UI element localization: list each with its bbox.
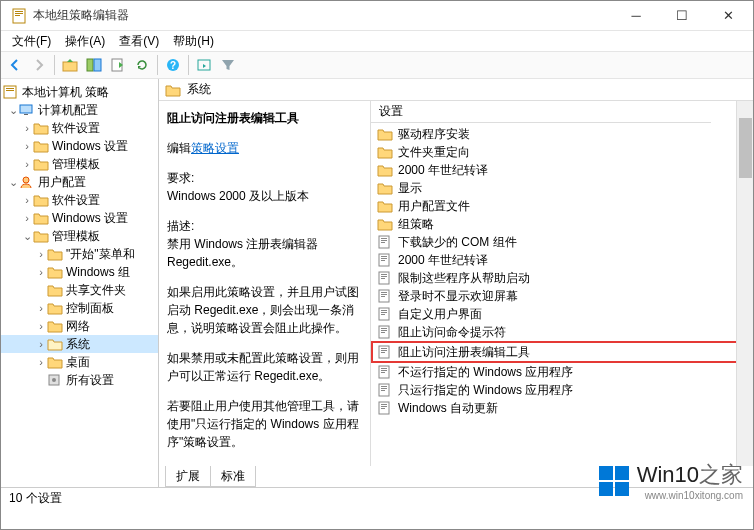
- list-item[interactable]: 只运行指定的 Windows 应用程序: [371, 381, 753, 399]
- tree-item[interactable]: ›桌面: [1, 353, 158, 371]
- show-hide-tree-button[interactable]: [83, 54, 105, 76]
- help-button[interactable]: ?: [162, 54, 184, 76]
- tree-item[interactable]: ›"开始"菜单和: [1, 245, 158, 263]
- list-item[interactable]: 阻止访问命令提示符: [371, 323, 753, 341]
- maximize-button[interactable]: ☐: [659, 1, 705, 31]
- tree-item[interactable]: ›网络: [1, 317, 158, 335]
- expand-icon[interactable]: ›: [35, 248, 47, 260]
- tree-root[interactable]: 本地计算机 策略: [1, 83, 158, 101]
- expand-icon[interactable]: ›: [21, 212, 33, 224]
- expand-icon[interactable]: ›: [35, 356, 47, 368]
- collapse-icon[interactable]: ⌄: [7, 176, 19, 189]
- minimize-button[interactable]: ─: [613, 1, 659, 31]
- user-icon: [19, 175, 35, 189]
- policy-settings-link[interactable]: 策略设置: [191, 141, 239, 155]
- policy-icon: [377, 365, 393, 379]
- expand-icon[interactable]: ›: [35, 320, 47, 332]
- item-label: 阻止访问注册表编辑工具: [398, 344, 530, 361]
- tree-item[interactable]: ›管理模板: [1, 155, 158, 173]
- item-label: Windows 自动更新: [398, 400, 498, 417]
- tree-admin-templates[interactable]: ⌄管理模板: [1, 227, 158, 245]
- expand-icon[interactable]: ›: [35, 338, 47, 350]
- menu-view[interactable]: 查看(V): [114, 32, 164, 51]
- list-item[interactable]: 组策略: [371, 215, 753, 233]
- scrollbar[interactable]: [736, 101, 753, 466]
- tree-item[interactable]: 共享文件夹: [1, 281, 158, 299]
- folder-icon: [33, 139, 49, 153]
- collapse-icon[interactable]: ⌄: [7, 104, 19, 117]
- tree-item[interactable]: ›控制面板: [1, 299, 158, 317]
- tree-item[interactable]: ›Windows 设置: [1, 209, 158, 227]
- tree-label: 系统: [66, 336, 90, 353]
- settings-list: 设置 驱动程序安装文件夹重定向2000 年世纪转译显示用户配置文件组策略下载缺少…: [371, 101, 753, 466]
- req-label: 要求:: [167, 169, 362, 187]
- collapse-icon[interactable]: ⌄: [21, 230, 33, 243]
- tree-item[interactable]: ›软件设置: [1, 119, 158, 137]
- expand-icon[interactable]: ›: [21, 194, 33, 206]
- tree-computer-config[interactable]: ⌄ 计算机配置: [1, 101, 158, 119]
- forward-button[interactable]: [28, 54, 50, 76]
- tree-item[interactable]: ›Windows 组: [1, 263, 158, 281]
- separator: [157, 55, 158, 75]
- item-label: 下载缺少的 COM 组件: [398, 234, 517, 251]
- list-item[interactable]: 2000 年世纪转译: [371, 251, 753, 269]
- expand-icon[interactable]: ›: [21, 140, 33, 152]
- menu-file[interactable]: 文件(F): [7, 32, 56, 51]
- watermark: Win10之家 www.win10xitong.com: [599, 460, 743, 501]
- folder-icon: [377, 127, 393, 141]
- list-item[interactable]: 2000 年世纪转译: [371, 161, 753, 179]
- details-button[interactable]: [193, 54, 215, 76]
- list-item[interactable]: 用户配置文件: [371, 197, 753, 215]
- export-button[interactable]: [107, 54, 129, 76]
- tree-pane[interactable]: 本地计算机 策略 ⌄ 计算机配置 ›软件设置 ›Windows 设置 ›管理模板…: [1, 79, 159, 487]
- content: 本地计算机 策略 ⌄ 计算机配置 ›软件设置 ›Windows 设置 ›管理模板…: [1, 79, 753, 487]
- computer-icon: [19, 103, 35, 117]
- tree-label: 管理模板: [52, 156, 100, 173]
- refresh-button[interactable]: [131, 54, 153, 76]
- close-button[interactable]: ✕: [705, 1, 751, 31]
- tree-item-all-settings[interactable]: 所有设置: [1, 371, 158, 389]
- tree-label: 软件设置: [52, 120, 100, 137]
- filter-button[interactable]: [217, 54, 239, 76]
- list-item[interactable]: 驱动程序安装: [371, 125, 753, 143]
- tree-item[interactable]: ›Windows 设置: [1, 137, 158, 155]
- up-button[interactable]: [59, 54, 81, 76]
- policy-icon: [377, 271, 393, 285]
- folder-icon: [33, 157, 49, 171]
- wm-brand: Win10: [637, 462, 699, 487]
- column-header[interactable]: 设置: [371, 101, 711, 123]
- folder-icon: [377, 145, 393, 159]
- tree-label: 本地计算机 策略: [22, 84, 109, 101]
- list-item[interactable]: Windows 自动更新: [371, 399, 753, 417]
- list-item[interactable]: 下载缺少的 COM 组件: [371, 233, 753, 251]
- list-item[interactable]: 自定义用户界面: [371, 305, 753, 323]
- list-item[interactable]: 不运行指定的 Windows 应用程序: [371, 363, 753, 381]
- tree-item-system[interactable]: ›系统: [1, 335, 158, 353]
- tree-label: 所有设置: [66, 372, 114, 389]
- expand-icon[interactable]: ›: [35, 266, 47, 278]
- list-item[interactable]: 显示: [371, 179, 753, 197]
- menu-action[interactable]: 操作(A): [60, 32, 110, 51]
- tree-item[interactable]: ›软件设置: [1, 191, 158, 209]
- tree-user-config[interactable]: ⌄ 用户配置: [1, 173, 158, 191]
- tab-standard[interactable]: 标准: [211, 466, 256, 487]
- policy-icon: [377, 235, 393, 249]
- back-button[interactable]: [4, 54, 26, 76]
- titlebar: 本地组策略编辑器 ─ ☐ ✕: [1, 1, 753, 31]
- expand-icon[interactable]: ›: [21, 158, 33, 170]
- list-item[interactable]: 限制这些程序从帮助启动: [371, 269, 753, 287]
- svg-rect-49: [381, 370, 387, 371]
- tab-extended[interactable]: 扩展: [165, 466, 211, 487]
- list-item-highlighted[interactable]: 阻止访问注册表编辑工具: [371, 341, 753, 363]
- menu-help[interactable]: 帮助(H): [168, 32, 219, 51]
- item-label: 自定义用户界面: [398, 306, 482, 323]
- expand-icon[interactable]: ›: [21, 122, 33, 134]
- svg-rect-26: [381, 260, 385, 261]
- list-item[interactable]: 登录时不显示欢迎屏幕: [371, 287, 753, 305]
- tree-label: 控制面板: [66, 300, 114, 317]
- policy-icon: [377, 253, 393, 267]
- scrollbar-thumb[interactable]: [739, 118, 752, 178]
- list-item[interactable]: 文件夹重定向: [371, 143, 753, 161]
- desc-p2: 如果禁用或未配置此策略设置，则用户可以正常运行 Regedit.exe。: [167, 349, 362, 385]
- expand-icon[interactable]: ›: [35, 302, 47, 314]
